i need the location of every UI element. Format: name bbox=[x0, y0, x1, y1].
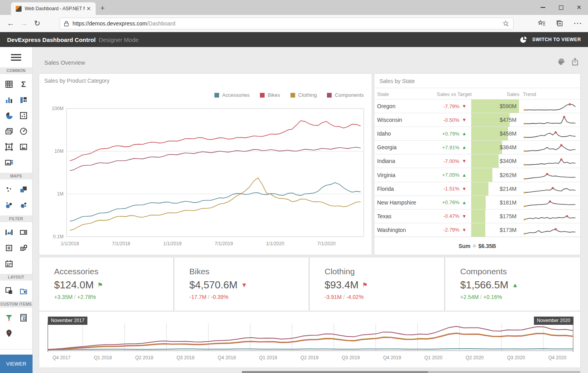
back-button[interactable]: ← bbox=[4, 19, 17, 28]
toolbox-image[interactable] bbox=[16, 139, 31, 155]
browser-tabstrip: Web Dashboard - ASP.NET MVC ✕ + ✕ bbox=[0, 0, 588, 15]
window-close-button[interactable]: ✕ bbox=[570, 0, 588, 15]
svg-text:1/1/2018: 1/1/2018 bbox=[61, 241, 79, 246]
col-state: State bbox=[377, 91, 433, 97]
toolbox-pie[interactable] bbox=[2, 108, 16, 123]
toolbox-geopoint-map[interactable] bbox=[2, 182, 16, 197]
toolbox-tab-container[interactable] bbox=[16, 283, 31, 299]
kpi-card-bikes[interactable]: Bikes$4,570.6M▼-17.7M / -0.39% bbox=[174, 257, 309, 311]
range-end-badge[interactable]: November 2020 bbox=[534, 317, 573, 325]
sales-vs-target-value: +7.91% bbox=[433, 145, 459, 150]
toolbox-pie-map[interactable] bbox=[16, 197, 31, 213]
table-summary: Sum=$6.35B bbox=[374, 237, 580, 255]
kpi-card-components[interactable]: Components$1,566.5M▲+2.54M / +0.16% bbox=[445, 257, 580, 311]
range-filter-chart[interactable]: Q4 2017Q1 2018Q2 2018Q3 2018Q4 2018Q1 20… bbox=[39, 311, 580, 368]
toolbox-funnel[interactable] bbox=[2, 310, 16, 326]
toolbox-listbox[interactable] bbox=[2, 240, 16, 256]
table-row[interactable]: Wisconsin-0.50%▼$475M bbox=[374, 113, 580, 127]
menu-button[interactable] bbox=[0, 47, 32, 67]
toolbox-bound-image[interactable] bbox=[2, 155, 16, 170]
url-text: https://demos.devexpress.com/Dashboard bbox=[73, 20, 502, 27]
treemap-icon bbox=[19, 96, 28, 104]
sales-vs-target-value: -2.79% bbox=[433, 227, 459, 233]
forward-button[interactable]: → bbox=[17, 19, 31, 28]
text-box-icon: A bbox=[5, 143, 13, 151]
triangle-down-icon: ▼ bbox=[459, 186, 469, 192]
state-name: Florida bbox=[377, 186, 433, 192]
toolbox-range-filter[interactable] bbox=[2, 225, 16, 240]
table-row[interactable]: Oregon-7.79%▼$590M bbox=[374, 99, 580, 113]
address-bar[interactable]: https://demos.devexpress.com/Dashboard bbox=[60, 18, 514, 29]
triangle-up-icon: ▲ bbox=[512, 282, 518, 289]
trend-sparkline bbox=[523, 141, 580, 153]
add-favorite-icon[interactable] bbox=[502, 20, 509, 27]
kpi-card-clothing[interactable]: Clothing$93.4M⚑-3.91M / -4.02% bbox=[310, 257, 444, 311]
pivot-grid-icon bbox=[5, 80, 13, 89]
table-row[interactable]: Washington-2.79%▼$173M bbox=[374, 223, 580, 237]
sales-vs-target-value: -1.51% bbox=[433, 186, 459, 192]
range-filter-item[interactable]: November 2017 November 2020 Q4 2017Q1 20… bbox=[39, 311, 580, 368]
geo-pin-icon bbox=[5, 329, 13, 338]
toolbox-scatter[interactable] bbox=[16, 108, 31, 123]
grid-item-sales-by-state[interactable]: Sales by State State Sales vs Target Sal… bbox=[374, 74, 580, 255]
sales-bar-cell: $173M bbox=[471, 223, 519, 237]
toolbox-card[interactable] bbox=[2, 123, 16, 139]
collections-icon[interactable] bbox=[556, 20, 564, 27]
table-row[interactable]: Florida-1.51%▼$214M bbox=[374, 182, 580, 196]
toolbox-webpage[interactable] bbox=[16, 310, 31, 326]
refresh-button[interactable]: ↻ bbox=[31, 19, 44, 28]
table-rows: Oregon-7.79%▼$590MWisconsin-0.50%▼$475MI… bbox=[374, 99, 580, 237]
browser-menu-icon[interactable]: ··· bbox=[574, 20, 583, 27]
svg-text:7/1/2019: 7/1/2019 bbox=[214, 241, 233, 246]
viewer-button[interactable]: VIEWER bbox=[0, 355, 33, 373]
webpage-icon bbox=[19, 313, 28, 322]
svg-text:Q1 2018: Q1 2018 bbox=[94, 355, 112, 360]
svg-text:1M: 1M bbox=[57, 191, 64, 197]
table-row[interactable]: Virginia+7.05%▲$262M bbox=[374, 168, 580, 181]
trend-sparkline bbox=[523, 128, 580, 139]
section-layout: LAYOUT bbox=[0, 274, 32, 281]
toolbox-bubble-map[interactable] bbox=[2, 197, 16, 213]
favorites-bar-icon[interactable] bbox=[538, 20, 546, 27]
col-trend: Trend bbox=[523, 91, 536, 97]
palette-button[interactable] bbox=[557, 58, 566, 68]
new-tab-button[interactable]: + bbox=[100, 4, 105, 13]
window-minimize-button[interactable] bbox=[534, 0, 552, 15]
sales-value: $590M bbox=[500, 103, 517, 109]
svg-text:Q1 2019: Q1 2019 bbox=[259, 355, 277, 360]
toolbox-pivot[interactable] bbox=[2, 76, 16, 92]
toolbox-group[interactable] bbox=[2, 283, 16, 299]
window-maximize-button[interactable] bbox=[552, 0, 570, 15]
table-row[interactable]: Georgia+7.91%▲$384M bbox=[374, 140, 580, 154]
toolbox-choropleth-map[interactable] bbox=[16, 182, 31, 197]
sales-value: $214M bbox=[500, 186, 517, 192]
triangle-down-icon: ▼ bbox=[459, 117, 469, 123]
svg-text:Q3 2019: Q3 2019 bbox=[342, 355, 360, 360]
switch-to-viewer-button[interactable]: SWITCH TO VIEWER bbox=[518, 35, 581, 44]
table-row[interactable]: Texas-0.47%▼$175M bbox=[374, 209, 580, 223]
state-name: Oregon bbox=[377, 103, 433, 109]
table-row[interactable]: New Hampshire+0.76%▲$181M bbox=[374, 196, 580, 209]
toolbox-date-filter[interactable] bbox=[2, 256, 16, 272]
toolbox-treemap[interactable] bbox=[16, 92, 31, 108]
toolbox-combobox[interactable] bbox=[16, 225, 31, 240]
export-button[interactable] bbox=[571, 58, 579, 68]
browser-tab[interactable]: Web Dashboard - ASP.NET MVC ✕ bbox=[11, 2, 96, 15]
kpi-card-accessories[interactable]: Accessories$124.0M⚑+3.35M / +2.78% bbox=[39, 257, 173, 311]
table-row[interactable]: Idaho+0.79%▲$458M bbox=[374, 127, 580, 140]
toolbox-chart[interactable] bbox=[2, 92, 16, 108]
kpi-delta: +3.35M / +2.78% bbox=[54, 294, 173, 300]
tab-close-icon[interactable]: ✕ bbox=[85, 5, 93, 12]
toolbox-geo-pin[interactable] bbox=[2, 326, 16, 341]
triangle-up-icon: ▲ bbox=[459, 200, 469, 205]
svg-text:Q3 2018: Q3 2018 bbox=[176, 355, 194, 360]
toolbox-textbox[interactable]: A bbox=[2, 139, 16, 155]
toolbox-gauge[interactable] bbox=[16, 123, 31, 139]
range-start-badge[interactable]: November 2017 bbox=[48, 317, 87, 325]
toolbox-grid[interactable]: Σ bbox=[16, 76, 31, 92]
table-row[interactable]: Indiana-7.00%▼$340M bbox=[374, 154, 580, 168]
chart-item-sales-by-product-category[interactable]: Sales by Product Category AccessoriesBik… bbox=[39, 74, 372, 255]
sales-vs-target-value: +0.79% bbox=[433, 131, 459, 137]
toolbox-treeview[interactable] bbox=[16, 240, 31, 256]
hamburger-icon bbox=[11, 53, 21, 62]
